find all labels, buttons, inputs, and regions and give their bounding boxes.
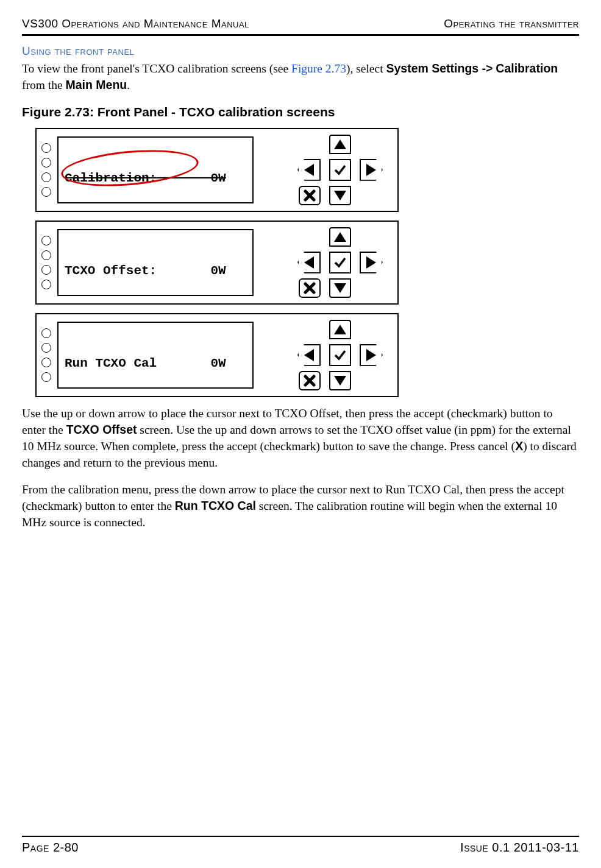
- up-arrow-button[interactable]: [329, 320, 351, 339]
- lcd-line: Calibration: 0W: [65, 171, 246, 186]
- figure-link[interactable]: Figure 2.73: [291, 62, 346, 75]
- tcxo-offset-bold: TCXO Offset: [66, 423, 137, 436]
- led-icon: [41, 265, 51, 275]
- led-icon: [41, 358, 51, 367]
- left-arrow-icon: [304, 349, 314, 361]
- led-icon: [41, 328, 51, 338]
- x-icon: [302, 281, 317, 295]
- main-menu-label: Main Menu: [65, 78, 127, 91]
- led-icon: [41, 372, 51, 382]
- footer-page: Page 2-80: [22, 841, 79, 855]
- header-right: Operating the transmitter: [444, 17, 579, 30]
- x-key-bold: X: [515, 439, 523, 453]
- checkmark-icon: [333, 255, 347, 270]
- intro-paragraph: To view the front panel's TCXO calibrati…: [22, 60, 579, 94]
- right-arrow-button[interactable]: [360, 344, 383, 366]
- x-icon: [302, 188, 317, 203]
- menu-path-2: Calibration: [496, 62, 558, 75]
- figure-caption: Figure 2.73: Front Panel - TCXO calibrat…: [22, 105, 579, 119]
- page-footer: Page 2-80 Issue 0.1 2011-03-11: [22, 836, 579, 855]
- dpad-controls: [289, 135, 391, 205]
- dpad-controls: [289, 320, 391, 390]
- section-heading: Using the front panel: [22, 44, 579, 58]
- right-arrow-icon: [366, 349, 376, 361]
- led-icon: [41, 143, 51, 153]
- status-leds: [41, 328, 51, 382]
- left-arrow-button[interactable]: [297, 159, 321, 181]
- status-leds: [41, 143, 51, 197]
- text: from the: [22, 79, 65, 91]
- body-paragraph-1: Use the up or down arrow to place the cu…: [22, 406, 579, 471]
- header-rule: [22, 34, 579, 36]
- run-tcxo-cal-bold: Run TCXO Cal: [175, 499, 256, 512]
- footer-issue: Issue 0.1 2011-03-11: [460, 841, 579, 855]
- led-icon: [41, 236, 51, 245]
- right-arrow-button[interactable]: [360, 252, 383, 273]
- right-arrow-button[interactable]: [360, 159, 383, 181]
- accept-button[interactable]: [329, 159, 351, 181]
- right-arrow-icon: [366, 256, 376, 269]
- up-arrow-button[interactable]: [329, 227, 351, 247]
- down-arrow-button[interactable]: [329, 186, 351, 205]
- header-left: VS300 Operations and Maintenance Manual: [22, 17, 249, 30]
- led-icon: [41, 172, 51, 182]
- lcd-display: Calibration: 0W >TCXO Offset Run TCXO Ca…: [57, 136, 254, 203]
- up-arrow-icon: [334, 232, 346, 242]
- lcd-display: Run TCXO Cal 0W Connect ext. 10 MHz.: [57, 322, 254, 389]
- lcd-line: Run TCXO Cal 0W: [65, 356, 246, 372]
- up-arrow-button[interactable]: [329, 135, 351, 154]
- led-icon: [41, 250, 51, 260]
- left-arrow-button[interactable]: [297, 252, 321, 273]
- left-arrow-icon: [304, 256, 314, 269]
- down-arrow-icon: [334, 376, 346, 386]
- status-leds: [41, 236, 51, 289]
- menu-path-1: System Settings ->: [386, 62, 493, 75]
- accept-button[interactable]: [329, 252, 351, 273]
- text: .: [127, 79, 130, 91]
- text: To view the front panel's TCXO calibrati…: [22, 62, 291, 75]
- checkmark-icon: [333, 348, 347, 362]
- left-arrow-icon: [304, 164, 314, 176]
- led-icon: [41, 158, 51, 168]
- led-icon: [41, 280, 51, 289]
- cancel-button[interactable]: [299, 186, 321, 205]
- text: ), select: [346, 62, 386, 75]
- accept-button[interactable]: [329, 344, 351, 366]
- up-arrow-icon: [334, 139, 346, 149]
- cancel-button[interactable]: [299, 278, 321, 298]
- right-arrow-icon: [366, 164, 376, 176]
- front-panel-screen-3: Run TCXO Cal 0W Connect ext. 10 MHz.: [35, 313, 399, 397]
- led-icon: [41, 187, 51, 197]
- up-arrow-icon: [334, 325, 346, 334]
- cancel-button[interactable]: [299, 371, 321, 390]
- body-paragraph-2: From the calibration menu, press the dow…: [22, 482, 579, 531]
- down-arrow-icon: [334, 191, 346, 200]
- down-arrow-button[interactable]: [329, 278, 351, 298]
- checkmark-icon: [333, 163, 347, 177]
- front-panel-screen-2: TCXO Offset: 0W 0.000 ppm (-1000 to 1000…: [35, 221, 399, 305]
- x-icon: [302, 373, 317, 388]
- footer-rule: [22, 836, 579, 837]
- lcd-display: TCXO Offset: 0W 0.000 ppm (-1000 to 1000…: [57, 229, 254, 296]
- page-header: VS300 Operations and Maintenance Manual …: [22, 17, 579, 32]
- led-icon: [41, 343, 51, 353]
- dpad-controls: [289, 227, 391, 298]
- down-arrow-icon: [334, 283, 346, 293]
- front-panel-screen-1: Calibration: 0W >TCXO Offset Run TCXO Ca…: [35, 128, 399, 212]
- lcd-line: TCXO Offset: 0W: [65, 264, 246, 279]
- left-arrow-button[interactable]: [297, 344, 321, 366]
- down-arrow-button[interactable]: [329, 371, 351, 390]
